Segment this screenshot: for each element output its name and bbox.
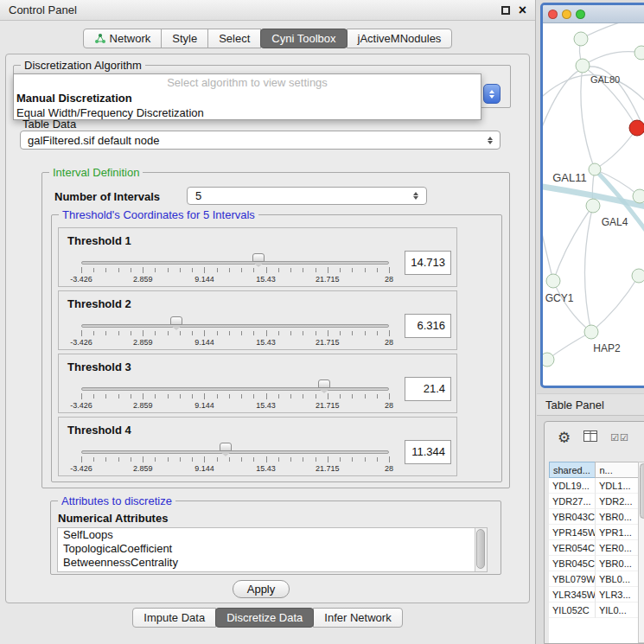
tick-mark — [316, 394, 316, 399]
tab-style[interactable]: Style — [161, 29, 208, 48]
threshold-slider-4[interactable]: -3.4262.8599.14415.4321.71528 — [81, 418, 389, 477]
tick-mark — [303, 331, 303, 335]
select-columns-icon[interactable]: ☑☑ — [610, 432, 629, 443]
node-label-gcy1: GCY1 — [545, 292, 574, 304]
table-row[interactable]: YPR145WYPR1... — [549, 525, 639, 540]
table-row[interactable]: YDR27...YDR2... — [549, 494, 639, 509]
threshold-value-field-3[interactable]: 21.4 — [405, 377, 451, 401]
table-scrollbar[interactable] — [638, 462, 644, 643]
table-cell[interactable]: YDL19... — [549, 478, 596, 494]
network-canvas[interactable]: GAL80GAL11GAL4GCY1HAP2 — [543, 23, 644, 385]
table-cell[interactable]: YLR345W — [549, 587, 596, 603]
network-node[interactable] — [589, 163, 601, 175]
control-panel-titlebar[interactable]: Control Panel × — [0, 0, 535, 21]
slider-thumb[interactable] — [252, 253, 265, 262]
bottom-tab-impute-data[interactable]: Impute Data — [132, 608, 216, 628]
gear-icon[interactable]: ⚙ — [558, 430, 571, 445]
table-cell[interactable]: YBR045C — [549, 556, 596, 571]
column-header-shared-[interactable]: shared... — [549, 462, 596, 478]
table-scrollbar-thumb[interactable] — [640, 463, 644, 519]
threshold-box-2: Threshold 2-3.4262.8599.14415.4321.71528… — [58, 290, 457, 350]
table-cell[interactable]: YBR043C — [549, 509, 596, 525]
tab-select[interactable]: Select — [207, 29, 261, 48]
network-node-red[interactable] — [629, 120, 644, 136]
minimize-icon[interactable] — [501, 6, 510, 15]
table-cell[interactable]: YBR0... — [596, 509, 639, 525]
network-node[interactable] — [546, 274, 560, 288]
table-cell[interactable]: YLR3... — [596, 587, 639, 603]
threshold-slider-1[interactable]: -3.4262.8599.14415.4321.71528 — [81, 228, 389, 288]
table-row[interactable]: YBL079WYBL0... — [549, 571, 639, 587]
column-header-n-[interactable]: n... — [595, 462, 639, 478]
table-row[interactable]: YBR043CYBR0... — [549, 509, 639, 525]
network-node[interactable] — [574, 32, 588, 46]
attributes-scrollbar[interactable] — [475, 528, 487, 571]
table-row[interactable]: YIL052CYIL0... — [549, 603, 639, 618]
bottom-tab-infer-network[interactable]: Infer Network — [313, 608, 402, 628]
tick-mark — [340, 394, 341, 399]
network-node[interactable] — [586, 199, 600, 213]
threshold-value-field-2[interactable]: 6.316 — [405, 314, 451, 338]
threshold-slider-2[interactable]: -3.4262.8599.14415.4321.71528 — [81, 291, 389, 351]
zoom-traffic-light-icon[interactable] — [576, 10, 585, 19]
tab-cyni-toolbox[interactable]: Cyni Toolbox — [260, 29, 347, 48]
algorithm-option-equal-width-frequency-discretization[interactable]: Equal Width/Frequency Discretization — [14, 105, 481, 120]
slider-thumb[interactable] — [220, 443, 232, 451]
attributes-scrollbar-thumb[interactable] — [476, 529, 485, 569]
network-node[interactable] — [633, 189, 644, 203]
tick-mark — [266, 456, 267, 462]
close-traffic-light-icon[interactable] — [548, 10, 558, 19]
scale-label: 2.859 — [133, 338, 153, 347]
algorithm-option-manual-discretization[interactable]: Manual Discretization — [14, 91, 481, 105]
table-row[interactable]: YBR045CYBR0... — [549, 556, 639, 571]
table-cell[interactable]: YIL0... — [596, 603, 639, 618]
network-node[interactable] — [576, 59, 590, 73]
table-cell[interactable]: YPR145W — [549, 525, 596, 540]
close-icon[interactable]: × — [519, 3, 526, 17]
table-data-combo[interactable]: galFiltered.sif default node — [20, 131, 501, 150]
table-cell[interactable]: YDL1... — [596, 478, 639, 494]
tick-mark — [328, 330, 328, 336]
columns-icon[interactable] — [583, 430, 597, 445]
network-node[interactable] — [584, 325, 598, 339]
table-cell[interactable]: YIL052C — [549, 603, 596, 618]
attribute-item-selfloops[interactable]: SelfLoops — [58, 528, 487, 542]
table-cell[interactable]: YBL0... — [596, 571, 639, 587]
table-cell[interactable]: YER0... — [596, 540, 639, 556]
algorithm-combo-stepper[interactable] — [483, 84, 501, 104]
network-window-titlebar[interactable] — [543, 5, 644, 23]
scale-label: 2.859 — [133, 401, 153, 410]
table-cell[interactable]: YBL079W — [549, 571, 596, 587]
apply-button[interactable]: Apply — [233, 580, 290, 598]
minimize-traffic-light-icon[interactable] — [562, 10, 571, 19]
tick-mark — [118, 268, 119, 272]
table-cell[interactable]: YER054C — [549, 540, 596, 556]
table-cell[interactable]: YDR27... — [549, 494, 596, 509]
table-row[interactable]: YER054CYER0... — [549, 540, 639, 556]
number-of-intervals-combo[interactable]: 5 — [187, 187, 427, 205]
slider-thumb[interactable] — [170, 316, 182, 325]
table-cell[interactable]: YPR1... — [596, 525, 639, 540]
table-row[interactable]: YLR345WYLR3... — [549, 587, 639, 603]
network-edge — [583, 52, 641, 66]
attributes-group: Attributes to discretize Numerical Attri… — [50, 501, 501, 575]
tab-jactivemnodules[interactable]: jActiveMNodules — [347, 29, 453, 48]
table-panel-header[interactable]: Table Panel — [537, 393, 644, 416]
bottom-tab-discretize-data[interactable]: Discretize Data — [215, 608, 314, 628]
table-cell[interactable]: YDR2... — [596, 494, 639, 509]
threshold-slider-3[interactable]: -3.4262.8599.14415.4321.71528 — [81, 354, 389, 414]
tab-network[interactable]: Network — [83, 29, 163, 48]
network-node[interactable] — [634, 46, 644, 60]
attribute-item-topologicalcoefficient[interactable]: TopologicalCoefficient — [58, 542, 487, 556]
slider-track — [81, 324, 389, 328]
attribute-item-betweennesscentrality[interactable]: BetweennessCentrality — [58, 556, 487, 570]
threshold-value-field-1[interactable]: 14.713 — [405, 251, 451, 275]
network-node[interactable] — [543, 353, 554, 367]
tick-mark — [180, 331, 181, 335]
tick-mark — [241, 457, 242, 462]
table-cell[interactable]: YBR0... — [596, 556, 639, 571]
table-row[interactable]: YDL19...YDL1... — [549, 478, 639, 494]
network-node[interactable] — [632, 269, 644, 283]
threshold-value-field-4[interactable]: 11.344 — [405, 440, 451, 464]
slider-thumb[interactable] — [318, 379, 330, 388]
